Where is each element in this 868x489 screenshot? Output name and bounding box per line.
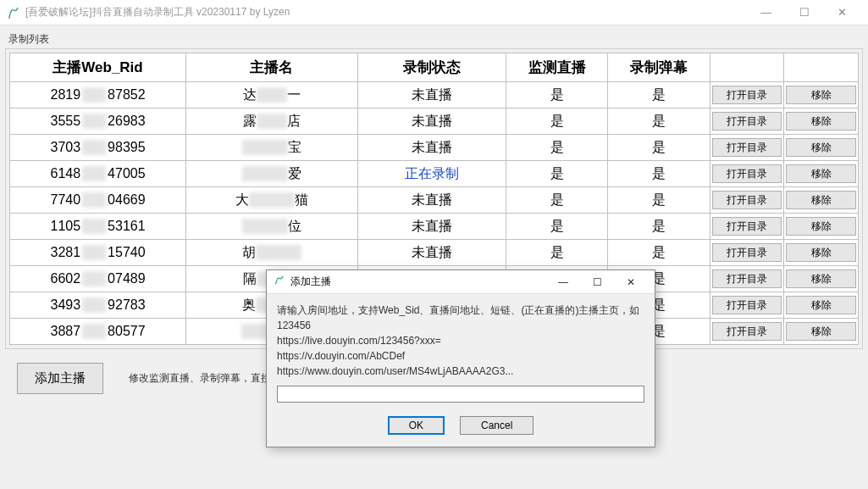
window-controls: — ☐ ✕ <box>747 0 861 25</box>
dialog-body: 请输入房间地址，支持Web_Sid、直播间地址、短链、(正在直播的)主播主页，如… <box>267 294 655 408</box>
add-streamer-dialog: 添加主播 — ☐ ✕ 请输入房间地址，支持Web_Sid、直播间地址、短链、(正… <box>266 270 655 447</box>
open-dir-button[interactable]: 打开目录 <box>712 322 782 341</box>
cell-status: 未直播 <box>357 108 506 135</box>
name-mask <box>242 166 288 181</box>
open-dir-button[interactable]: 打开目录 <box>712 296 782 314</box>
rid-suffix: 07489 <box>108 271 146 286</box>
col-header-open <box>710 53 784 82</box>
cell-name: 胡 <box>186 240 358 266</box>
cell-monitor[interactable]: 是 <box>506 214 607 240</box>
open-dir-button[interactable]: 打开目录 <box>712 270 782 288</box>
dialog-cancel-button[interactable]: Cancel <box>460 416 534 435</box>
cell-monitor[interactable]: 是 <box>506 240 607 266</box>
rid-prefix: 6602 <box>50 271 80 286</box>
rid-prefix: 2819 <box>50 87 80 102</box>
cell-open: 打开目录 <box>710 108 784 135</box>
cell-status: 正在录制 <box>357 161 506 187</box>
name-mask <box>257 87 287 103</box>
table-row: 370398395宝未直播是是打开目录移除 <box>10 135 859 161</box>
open-dir-button[interactable]: 打开目录 <box>712 191 782 209</box>
rid-mask <box>82 219 106 234</box>
dialog-ok-button[interactable]: OK <box>388 416 445 435</box>
col-header-status: 录制状态 <box>357 53 506 82</box>
open-dir-button[interactable]: 打开目录 <box>712 243 782 262</box>
remove-button[interactable]: 移除 <box>786 86 856 104</box>
table-row: 355526983露店未直播是是打开目录移除 <box>10 108 859 135</box>
cell-name: 宝 <box>186 135 358 161</box>
rid-suffix: 15740 <box>108 245 146 259</box>
rid-mask <box>82 166 106 181</box>
dialog-maximize-button[interactable]: ☐ <box>580 270 614 294</box>
col-header-danmu: 录制弹幕 <box>608 53 710 82</box>
cell-open: 打开目录 <box>710 135 784 161</box>
cell-status: 未直播 <box>357 187 506 214</box>
cell-rid: 110553161 <box>10 214 186 240</box>
cell-remove: 移除 <box>784 135 859 161</box>
dialog-minimize-button[interactable]: — <box>546 270 580 294</box>
table-row: 328115740胡未直播是是打开目录移除 <box>10 240 859 266</box>
cell-rid: 370398395 <box>10 135 186 161</box>
col-header-remove <box>784 53 859 82</box>
cell-status: 未直播 <box>357 214 506 240</box>
cell-rid: 614847005 <box>10 161 186 187</box>
dialog-url-input[interactable] <box>277 386 644 403</box>
cell-monitor[interactable]: 是 <box>506 161 607 187</box>
cell-monitor[interactable]: 是 <box>506 108 607 135</box>
remove-button[interactable]: 移除 <box>786 112 856 131</box>
remove-button[interactable]: 移除 <box>786 243 856 262</box>
cell-monitor[interactable]: 是 <box>506 187 607 214</box>
dialog-title: 添加主播 <box>290 275 331 289</box>
app-icon <box>7 6 20 19</box>
open-dir-button[interactable]: 打开目录 <box>712 86 782 104</box>
cell-danmu[interactable]: 是 <box>608 187 710 214</box>
cell-open: 打开目录 <box>710 319 784 345</box>
open-dir-button[interactable]: 打开目录 <box>712 138 782 157</box>
cell-open: 打开目录 <box>710 161 784 187</box>
remove-button[interactable]: 移除 <box>786 296 856 314</box>
window-title: [吾爱破解论坛]抖音直播自动录制工具 v20230117 by Lyzen <box>25 5 747 19</box>
remove-button[interactable]: 移除 <box>786 164 856 183</box>
add-streamer-button[interactable]: 添加主播 <box>17 363 103 394</box>
cell-remove: 移除 <box>784 214 859 240</box>
remove-button[interactable]: 移除 <box>786 191 856 209</box>
remove-button[interactable]: 移除 <box>786 138 856 157</box>
close-button[interactable]: ✕ <box>823 0 861 25</box>
col-header-monitor: 监测直播 <box>506 53 607 82</box>
remove-button[interactable]: 移除 <box>786 270 856 288</box>
dialog-title-bar: 添加主播 — ☐ ✕ <box>267 270 655 294</box>
dialog-text-5: https://www.douyin.com/user/MS4wLjABAAAA… <box>277 364 644 379</box>
cell-danmu[interactable]: 是 <box>608 161 710 187</box>
open-dir-button[interactable]: 打开目录 <box>712 164 782 183</box>
rid-suffix: 47005 <box>108 166 146 181</box>
group-label: 录制列表 <box>5 31 863 48</box>
rid-prefix: 3887 <box>50 324 80 338</box>
rid-prefix: 3493 <box>50 297 80 312</box>
cell-name: 爱 <box>186 161 358 187</box>
dialog-text-4: https://v.douyin.com/AbCDef <box>277 348 644 364</box>
title-bar: [吾爱破解论坛]抖音直播自动录制工具 v20230117 by Lyzen — … <box>0 0 868 25</box>
cell-monitor[interactable]: 是 <box>506 135 607 161</box>
cell-name: 达一 <box>186 82 358 108</box>
cell-rid: 774004669 <box>10 187 186 214</box>
remove-button[interactable]: 移除 <box>786 322 856 341</box>
maximize-button[interactable]: ☐ <box>785 0 823 25</box>
dialog-close-button[interactable]: ✕ <box>614 270 648 294</box>
cell-danmu[interactable]: 是 <box>608 82 710 108</box>
cell-monitor[interactable]: 是 <box>506 82 607 108</box>
cell-remove: 移除 <box>784 187 859 214</box>
open-dir-button[interactable]: 打开目录 <box>712 112 782 131</box>
name-mask <box>249 192 295 208</box>
rid-suffix: 98395 <box>108 140 146 154</box>
cell-danmu[interactable]: 是 <box>608 108 710 135</box>
rid-prefix: 3555 <box>50 114 80 128</box>
cell-open: 打开目录 <box>710 214 784 240</box>
table-row: 281987852达一未直播是是打开目录移除 <box>10 82 859 108</box>
cell-rid: 660207489 <box>10 266 186 292</box>
open-dir-button[interactable]: 打开目录 <box>712 217 782 236</box>
minimize-button[interactable]: — <box>747 0 785 25</box>
cell-remove: 移除 <box>784 161 859 187</box>
cell-danmu[interactable]: 是 <box>608 214 710 240</box>
cell-danmu[interactable]: 是 <box>608 135 710 161</box>
remove-button[interactable]: 移除 <box>786 217 856 236</box>
cell-danmu[interactable]: 是 <box>608 240 710 266</box>
